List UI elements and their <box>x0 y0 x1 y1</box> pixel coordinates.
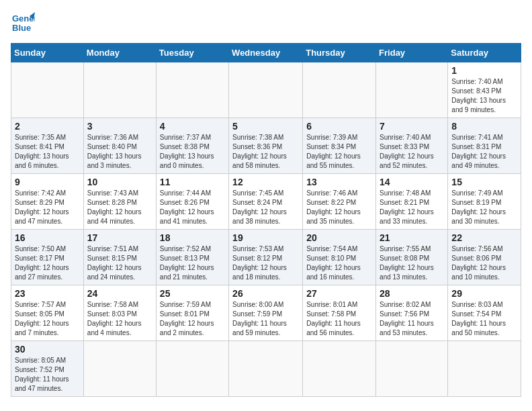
day-info: Sunrise: 8:02 AMSunset: 7:56 PMDaylight:… <box>380 300 444 338</box>
calendar-cell: 24 Sunrise: 7:58 AMSunset: 8:03 PMDaylig… <box>83 285 156 341</box>
col-header-thursday: Thursday <box>303 44 376 62</box>
day-info: Sunrise: 7:40 AMSunset: 8:33 PMDaylight:… <box>380 133 444 171</box>
day-number: 19 <box>232 232 299 243</box>
day-number: 6 <box>306 121 372 132</box>
day-info: Sunrise: 7:51 AMSunset: 8:15 PMDaylight:… <box>87 244 152 282</box>
day-info: Sunrise: 7:42 AMSunset: 8:29 PMDaylight:… <box>15 189 80 226</box>
logo: General Blue <box>11 11 38 35</box>
col-header-sunday: Sunday <box>11 44 84 62</box>
day-info: Sunrise: 7:45 AMSunset: 8:24 PMDaylight:… <box>232 189 299 226</box>
day-number: 23 <box>15 288 80 299</box>
calendar-cell: 28 Sunrise: 8:02 AMSunset: 7:56 PMDaylig… <box>376 285 448 341</box>
day-info: Sunrise: 7:48 AMSunset: 8:21 PMDaylight:… <box>380 189 444 226</box>
col-header-tuesday: Tuesday <box>156 44 228 62</box>
calendar-cell: 6 Sunrise: 7:39 AMSunset: 8:34 PMDayligh… <box>303 118 376 174</box>
day-info: Sunrise: 7:37 AMSunset: 8:38 PMDaylight:… <box>160 133 225 171</box>
calendar-cell: 12 Sunrise: 7:45 AMSunset: 8:24 PMDaylig… <box>229 174 303 230</box>
calendar-cell: 10 Sunrise: 7:43 AMSunset: 8:28 PMDaylig… <box>83 174 156 230</box>
calendar-cell: 11 Sunrise: 7:44 AMSunset: 8:26 PMDaylig… <box>156 174 228 230</box>
day-number: 13 <box>306 177 372 187</box>
day-info: Sunrise: 7:57 AMSunset: 8:05 PMDaylight:… <box>15 300 80 338</box>
day-number: 14 <box>380 177 444 187</box>
day-number: 17 <box>87 232 152 243</box>
day-info: Sunrise: 8:03 AMSunset: 7:54 PMDaylight:… <box>451 300 517 338</box>
day-number: 24 <box>87 288 152 299</box>
day-info: Sunrise: 7:52 AMSunset: 8:13 PMDaylight:… <box>160 244 225 282</box>
day-number: 11 <box>160 177 225 187</box>
calendar-cell: 17 Sunrise: 7:51 AMSunset: 8:15 PMDaylig… <box>83 230 156 285</box>
day-info: Sunrise: 7:44 AMSunset: 8:26 PMDaylight:… <box>160 189 225 226</box>
calendar-cell: 9 Sunrise: 7:42 AMSunset: 8:29 PMDayligh… <box>11 174 84 230</box>
day-number: 5 <box>232 121 299 132</box>
calendar-cell: 19 Sunrise: 7:53 AMSunset: 8:12 PMDaylig… <box>229 230 303 285</box>
day-info: Sunrise: 7:53 AMSunset: 8:12 PMDaylight:… <box>232 244 299 282</box>
calendar-cell: 30 Sunrise: 8:05 AMSunset: 7:52 PMDaylig… <box>11 341 84 397</box>
day-info: Sunrise: 8:05 AMSunset: 7:52 PMDaylight:… <box>15 356 80 394</box>
calendar-cell <box>229 341 303 397</box>
day-info: Sunrise: 7:49 AMSunset: 8:19 PMDaylight:… <box>451 189 517 226</box>
calendar-cell: 7 Sunrise: 7:40 AMSunset: 8:33 PMDayligh… <box>376 118 448 174</box>
day-number: 26 <box>232 288 299 299</box>
day-info: Sunrise: 7:39 AMSunset: 8:34 PMDaylight:… <box>306 133 372 171</box>
day-number: 8 <box>451 121 517 132</box>
calendar-cell: 23 Sunrise: 7:57 AMSunset: 8:05 PMDaylig… <box>11 285 84 341</box>
calendar-header: SundayMondayTuesdayWednesdayThursdayFrid… <box>11 44 521 62</box>
col-header-wednesday: Wednesday <box>229 44 303 62</box>
day-number: 30 <box>15 344 80 355</box>
calendar-cell: 22 Sunrise: 7:56 AMSunset: 8:06 PMDaylig… <box>448 230 521 285</box>
page-header: General Blue <box>11 11 521 35</box>
day-info: Sunrise: 7:46 AMSunset: 8:22 PMDaylight:… <box>306 189 372 226</box>
day-number: 9 <box>15 177 80 187</box>
calendar-cell <box>303 341 376 397</box>
calendar-cell: 3 Sunrise: 7:36 AMSunset: 8:40 PMDayligh… <box>83 118 156 174</box>
day-info: Sunrise: 7:55 AMSunset: 8:08 PMDaylight:… <box>380 244 444 282</box>
day-info: Sunrise: 7:59 AMSunset: 8:01 PMDaylight:… <box>160 300 225 338</box>
calendar-table: SundayMondayTuesdayWednesdayThursdayFrid… <box>11 43 521 397</box>
calendar-cell: 29 Sunrise: 8:03 AMSunset: 7:54 PMDaylig… <box>448 285 521 341</box>
day-number: 29 <box>451 288 517 299</box>
col-header-monday: Monday <box>83 44 156 62</box>
calendar-cell <box>156 62 228 118</box>
day-number: 15 <box>451 177 517 187</box>
day-number: 21 <box>380 232 444 243</box>
day-number: 27 <box>306 288 372 299</box>
calendar-cell: 21 Sunrise: 7:55 AMSunset: 8:08 PMDaylig… <box>376 230 448 285</box>
day-info: Sunrise: 7:50 AMSunset: 8:17 PMDaylight:… <box>15 244 80 282</box>
day-number: 18 <box>160 232 225 243</box>
col-header-saturday: Saturday <box>448 44 521 62</box>
day-info: Sunrise: 7:54 AMSunset: 8:10 PMDaylight:… <box>306 244 372 282</box>
calendar-cell <box>229 62 303 118</box>
calendar-cell: 25 Sunrise: 7:59 AMSunset: 8:01 PMDaylig… <box>156 285 228 341</box>
calendar-cell <box>11 62 84 118</box>
day-info: Sunrise: 7:43 AMSunset: 8:28 PMDaylight:… <box>87 189 152 226</box>
day-number: 2 <box>15 121 80 132</box>
calendar-cell <box>156 341 228 397</box>
day-number: 1 <box>451 65 517 76</box>
calendar-cell <box>303 62 376 118</box>
col-header-friday: Friday <box>376 44 448 62</box>
calendar-cell: 14 Sunrise: 7:48 AMSunset: 8:21 PMDaylig… <box>376 174 448 230</box>
day-number: 25 <box>160 288 225 299</box>
calendar-cell: 8 Sunrise: 7:41 AMSunset: 8:31 PMDayligh… <box>448 118 521 174</box>
calendar-cell: 16 Sunrise: 7:50 AMSunset: 8:17 PMDaylig… <box>11 230 84 285</box>
calendar-cell: 2 Sunrise: 7:35 AMSunset: 8:41 PMDayligh… <box>11 118 84 174</box>
day-number: 12 <box>232 177 299 187</box>
day-info: Sunrise: 7:38 AMSunset: 8:36 PMDaylight:… <box>232 133 299 171</box>
day-info: Sunrise: 7:36 AMSunset: 8:40 PMDaylight:… <box>87 133 152 171</box>
day-info: Sunrise: 8:00 AMSunset: 7:59 PMDaylight:… <box>232 300 299 338</box>
day-number: 4 <box>160 121 225 132</box>
calendar-cell: 18 Sunrise: 7:52 AMSunset: 8:13 PMDaylig… <box>156 230 228 285</box>
day-number: 16 <box>15 232 80 243</box>
day-info: Sunrise: 7:56 AMSunset: 8:06 PMDaylight:… <box>451 244 517 282</box>
day-number: 20 <box>306 232 372 243</box>
day-number: 10 <box>87 177 152 187</box>
day-number: 22 <box>451 232 517 243</box>
calendar-cell: 1 Sunrise: 7:40 AMSunset: 8:43 PMDayligh… <box>448 62 521 118</box>
calendar-cell: 15 Sunrise: 7:49 AMSunset: 8:19 PMDaylig… <box>448 174 521 230</box>
calendar-cell <box>448 341 521 397</box>
day-info: Sunrise: 7:40 AMSunset: 8:43 PMDaylight:… <box>451 77 517 115</box>
day-info: Sunrise: 7:35 AMSunset: 8:41 PMDaylight:… <box>15 133 80 171</box>
day-number: 3 <box>87 121 152 132</box>
calendar-cell: 26 Sunrise: 8:00 AMSunset: 7:59 PMDaylig… <box>229 285 303 341</box>
day-number: 28 <box>380 288 444 299</box>
